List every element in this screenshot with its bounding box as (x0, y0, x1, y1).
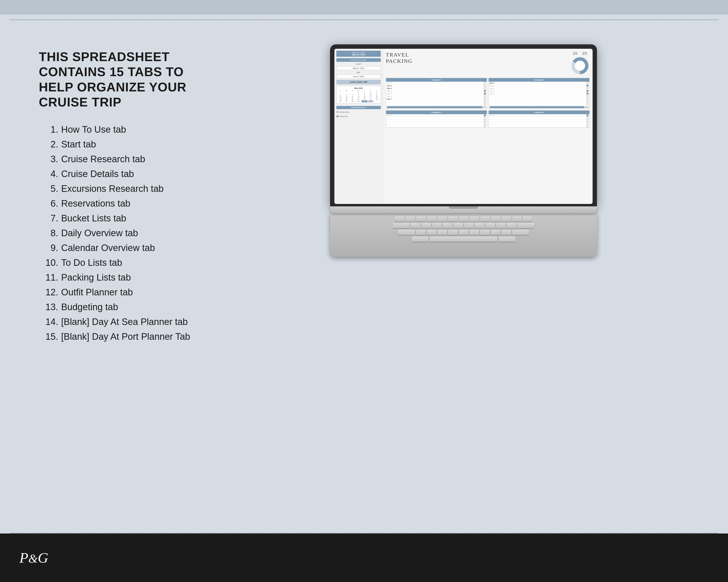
key (426, 230, 436, 235)
item-label: To Do Lists tab (61, 257, 122, 268)
checkbox (484, 101, 486, 103)
cat-row: Item 2 (386, 82, 487, 84)
key (411, 223, 420, 228)
item-name: Item 3 (387, 87, 392, 89)
spreadsheet-content: TODAY'S DATE May 30, 2024 VACATION DATES… (334, 49, 593, 204)
progress-bar (490, 106, 584, 108)
category-1: Category 1 Item 2 Item 2 (386, 78, 487, 109)
donut-todo-label-group: To Do 33.3% (573, 52, 577, 55)
key (464, 223, 474, 228)
laptop-keyboard (330, 213, 597, 257)
calendar-grid: S M T W T F S (338, 90, 380, 102)
item-num: 4. (39, 169, 58, 179)
cal-day: 7 (350, 94, 356, 96)
cal-day: 8 (356, 94, 362, 96)
cal-day: 3 (368, 92, 373, 93)
key (496, 223, 506, 228)
calendar-month: May 2024 (338, 87, 380, 89)
cat-4-header: Category 4 (386, 111, 487, 114)
item-label: Excursions Research tab (61, 184, 163, 194)
right-panel: TODAY'S DATE May 30, 2024 VACATION DATES… (228, 39, 699, 257)
list-item: 14. [Blank] Day At Sea Planner tab (39, 317, 209, 327)
cal-header-sa: S (374, 90, 380, 91)
item-num: 11. (39, 272, 58, 283)
checkbox-checked (587, 93, 589, 94)
cal-day: 13 (344, 96, 349, 98)
item-name: Item 2 (387, 115, 392, 116)
spreadsheet-title-area: TRAVEL PACKING To Do 33.3% (386, 52, 590, 76)
spacebar-key (430, 237, 497, 242)
laptop-mockup: TODAY'S DATE May 30, 2024 VACATION DATES… (330, 45, 597, 257)
cal-day: 10 (368, 94, 373, 96)
list-item: 4. Cruise Details tab (39, 169, 209, 179)
cat-row (489, 95, 590, 98)
item-num: 1. (39, 124, 58, 135)
key (485, 223, 495, 228)
mini-calendar: May 2024 S M T W T F S (336, 86, 381, 104)
calendar-key-today: Today's Date (336, 115, 381, 117)
item-num: 14. (39, 317, 58, 327)
cal-day (344, 92, 349, 93)
cat-row: Item 3 (489, 87, 590, 90)
item-num: 10. (39, 257, 58, 268)
key (480, 216, 490, 221)
key (437, 230, 447, 235)
spreadsheet-main: TRAVEL PACKING To Do 33.3% (383, 49, 593, 204)
cat-row (386, 125, 487, 128)
cal-day: 5 (338, 94, 343, 96)
cal-header-th: T (362, 90, 367, 91)
laptop-notch (449, 206, 478, 209)
cal-day (350, 92, 356, 93)
key (448, 230, 458, 235)
tabs-list: 1. How To Use tab 2. Start tab 3. Cruise… (39, 124, 209, 342)
item-name: Item 6 (387, 95, 392, 97)
checkbox (484, 95, 486, 97)
cal-day: 12 (338, 96, 343, 98)
cat-row: Item 1 (489, 114, 590, 117)
list-item: 10. To Do Lists tab (39, 257, 209, 268)
list-item: 7. Bucket Lists tab (39, 213, 209, 224)
cat-1-header: Category 1 (386, 78, 487, 82)
cat-1-body: Item 2 Item 2 Item 3 (386, 82, 487, 106)
cat-row: Item 2 (489, 84, 590, 87)
cal-day: 22 (356, 98, 362, 100)
checkbox-checked (587, 114, 589, 116)
key (453, 223, 463, 228)
logo-text: P&G (19, 550, 48, 566)
checkbox (587, 125, 589, 127)
headline-line1: THIS SPREADSHEET CONTAINS 15 TABS TO (39, 50, 184, 79)
categories-row-top: Category 1 Item 2 Item 2 (386, 78, 590, 109)
cat-row (489, 119, 590, 122)
list-item: 1. How To Use tab (39, 124, 209, 135)
key (395, 216, 404, 221)
key (448, 216, 458, 221)
cal-day: 9 (362, 94, 367, 96)
checkbox (587, 103, 589, 105)
title-line2: PACKING (386, 58, 413, 64)
cal-day (338, 92, 343, 93)
cat-row (386, 117, 487, 119)
cat-row (489, 103, 590, 106)
cat-row (489, 117, 590, 119)
item-num: 15. (39, 332, 58, 342)
checkbox (587, 122, 589, 124)
item-name: Item 5 (387, 93, 392, 94)
key (405, 216, 415, 221)
item-label: Calendar Overview tab (61, 243, 155, 253)
cal-day-vacation: 31 (368, 101, 373, 102)
cat-row (489, 98, 590, 101)
keyboard-row (335, 216, 592, 221)
cal-day: 1 (356, 92, 362, 93)
list-item: 11. Packing Lists tab (39, 272, 209, 283)
cat-2-progress: 100% (489, 106, 590, 109)
list-item: 13. Budgeting tab (39, 302, 209, 312)
days-until-trip: 1 DAYS UNTIL TRIP (336, 80, 381, 84)
cal-day: 15 (356, 96, 362, 98)
footer: P&G (0, 533, 728, 582)
cat-row: Item 5 (489, 92, 590, 95)
checkbox (484, 82, 486, 84)
checkbox (484, 98, 486, 100)
item-label: How To Use tab (61, 124, 126, 135)
item-label: Cruise Research tab (61, 154, 145, 164)
item-name: Item 4 (490, 90, 494, 92)
